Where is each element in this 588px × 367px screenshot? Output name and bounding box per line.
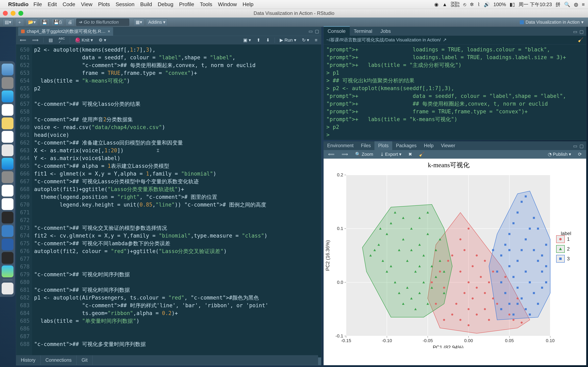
- tab-environment[interactable]: Environment: [324, 141, 357, 150]
- menu-edit[interactable]: Edit: [48, 1, 57, 8]
- notification-center-icon[interactable]: ≡: [582, 2, 585, 7]
- dock-settings[interactable]: [2, 77, 13, 89]
- console-output[interactable]: "prompt">+ loadings = TRUE, loadings.col…: [324, 44, 586, 140]
- tab-files[interactable]: Files: [357, 141, 375, 150]
- working-dir[interactable]: ~/慕课/R语言数据可视化实战/Data Visualization in Ac…: [327, 37, 441, 43]
- outline-toggle-button[interactable]: ≡: [313, 37, 319, 43]
- export-button[interactable]: ⤓ Export ▾: [378, 151, 404, 158]
- close-tab-icon[interactable]: ×: [108, 29, 110, 34]
- gear-button[interactable]: ⚙ ▾: [97, 37, 108, 43]
- dock-terminal[interactable]: [2, 212, 13, 224]
- run-button[interactable]: ▶ Run ▾: [278, 37, 298, 43]
- dock-calendar[interactable]: [2, 104, 13, 116]
- menu-window[interactable]: Window: [218, 1, 237, 8]
- go-next-chunk-button[interactable]: ⬇: [264, 37, 271, 43]
- back-button[interactable]: ⟸: [18, 37, 28, 43]
- popout-icon[interactable]: ↗: [443, 37, 447, 43]
- dock-quicktime[interactable]: [2, 266, 13, 277]
- show-outline-button[interactable]: ▤: [47, 37, 54, 43]
- dock-finder[interactable]: [2, 64, 13, 75]
- menu-debug[interactable]: Debug: [158, 1, 173, 8]
- menu-build[interactable]: Build: [140, 1, 152, 8]
- app-name[interactable]: RStudio: [8, 1, 29, 8]
- battery-icon[interactable]: ▮▯: [510, 2, 515, 7]
- input-source-icon[interactable]: 拼: [555, 1, 561, 8]
- goto-file-input[interactable]: ➔ Go to file/function: [76, 18, 129, 26]
- code-editor[interactable]: 650 651 652 653 654 655 656 657 658 659 …: [16, 45, 321, 358]
- status-cat-icon[interactable]: ▲: [442, 2, 447, 7]
- clock[interactable]: 周一 下午10:23: [519, 1, 552, 8]
- menu-code[interactable]: Code: [62, 1, 75, 8]
- status-sync-icon[interactable]: ⎋: [463, 2, 466, 7]
- tab-connections[interactable]: Connections: [41, 355, 77, 365]
- addins-button[interactable]: Addins ▾: [146, 18, 168, 26]
- new-file-button[interactable]: ▤▾: [2, 18, 13, 26]
- menu-plots[interactable]: Plots: [98, 1, 110, 8]
- spotlight-icon[interactable]: 🔍: [564, 2, 570, 7]
- menu-profile[interactable]: Profile: [179, 1, 194, 8]
- maximize-pane-icon[interactable]: ▢: [315, 29, 319, 34]
- menu-help[interactable]: Help: [242, 1, 253, 8]
- refresh-plot-button[interactable]: ⟳: [576, 151, 584, 158]
- minimize-pane-icon[interactable]: ▭: [309, 29, 313, 34]
- plots-maximize-icon[interactable]: ▢: [579, 143, 584, 149]
- remove-plot-button[interactable]: ✖: [406, 151, 414, 158]
- plot-next-button[interactable]: ⟹: [339, 151, 350, 158]
- status-dnd-icon[interactable]: ◉: [434, 2, 439, 7]
- plot-prev-button[interactable]: ⟸: [326, 151, 337, 158]
- dock-rstudio[interactable]: [2, 225, 13, 237]
- wifi-icon[interactable]: ⌇: [477, 2, 480, 7]
- clear-console-icon[interactable]: 🧹: [578, 37, 583, 43]
- dock-sysprefs[interactable]: [2, 171, 13, 183]
- dock-appstore[interactable]: [2, 158, 13, 170]
- tab-git[interactable]: Git: [77, 355, 93, 365]
- tab-history[interactable]: History: [16, 355, 41, 365]
- menu-tools[interactable]: Tools: [200, 1, 212, 8]
- tab-console[interactable]: Console: [324, 26, 350, 36]
- dock-mail[interactable]: [2, 131, 13, 143]
- window-close-button[interactable]: [3, 11, 8, 16]
- tab-plots[interactable]: Plots: [374, 141, 392, 150]
- dock-safari[interactable]: [2, 91, 13, 102]
- dock-word[interactable]: [2, 239, 13, 250]
- dock-qq[interactable]: [2, 198, 13, 210]
- window-minimize-button[interactable]: [11, 11, 16, 16]
- tab-packages[interactable]: Packages: [392, 141, 420, 150]
- tab-help[interactable]: Help: [420, 141, 437, 150]
- window-zoom-button[interactable]: [18, 11, 23, 16]
- tab-viewer[interactable]: Viewer: [437, 141, 459, 150]
- menu-file[interactable]: File: [34, 1, 42, 8]
- new-project-button[interactable]: ＋: [15, 18, 24, 26]
- dock-chrome[interactable]: [2, 185, 13, 197]
- spellcheck-button[interactable]: ABC✓: [57, 36, 67, 44]
- knit-button[interactable]: 🧶 Knit ▾: [73, 37, 95, 43]
- dock-trash[interactable]: [2, 283, 13, 294]
- menu-session[interactable]: Session: [116, 1, 135, 8]
- tab-terminal[interactable]: Terminal: [350, 27, 376, 36]
- dock-activity[interactable]: [2, 252, 13, 264]
- console-maximize-icon[interactable]: ▢: [579, 29, 584, 34]
- tools-grid-button[interactable]: ▦▾: [133, 18, 144, 26]
- save-button[interactable]: 💾: [40, 18, 50, 26]
- forward-button[interactable]: ⟹: [30, 37, 40, 43]
- save-all-button[interactable]: 💾⎙: [51, 18, 64, 26]
- go-prev-chunk-button[interactable]: ⬆: [255, 37, 262, 43]
- volume-icon[interactable]: 🔊: [484, 2, 490, 7]
- publish-button[interactable]: ◔ Publish ▾: [546, 151, 573, 158]
- insert-chunk-button[interactable]: ▣ ▾: [242, 37, 252, 43]
- siri-icon[interactable]: ◍: [574, 2, 578, 7]
- project-menu[interactable]: Data Visualization in Action ▾: [518, 19, 586, 26]
- rerun-button[interactable]: ↻ ▾: [300, 37, 311, 43]
- print-button[interactable]: 🖨: [66, 18, 75, 26]
- menu-view[interactable]: View: [81, 1, 93, 8]
- status-fan-icon[interactable]: ✲: [470, 2, 474, 7]
- zoom-button[interactable]: 🔍 Zoom: [353, 151, 375, 158]
- open-file-button[interactable]: 📂▾: [26, 18, 38, 26]
- tab-jobs[interactable]: Jobs: [376, 27, 395, 36]
- plots-minimize-icon[interactable]: ▭: [573, 143, 577, 149]
- editor-tab[interactable]: chap4_基于ggplot2的数据可视化包.R… ×: [18, 27, 113, 36]
- dock-reminders[interactable]: [2, 144, 13, 156]
- console-minimize-icon[interactable]: ▭: [573, 29, 577, 34]
- dock-notes[interactable]: [2, 117, 13, 129]
- clear-plots-button[interactable]: 🧹: [417, 151, 426, 158]
